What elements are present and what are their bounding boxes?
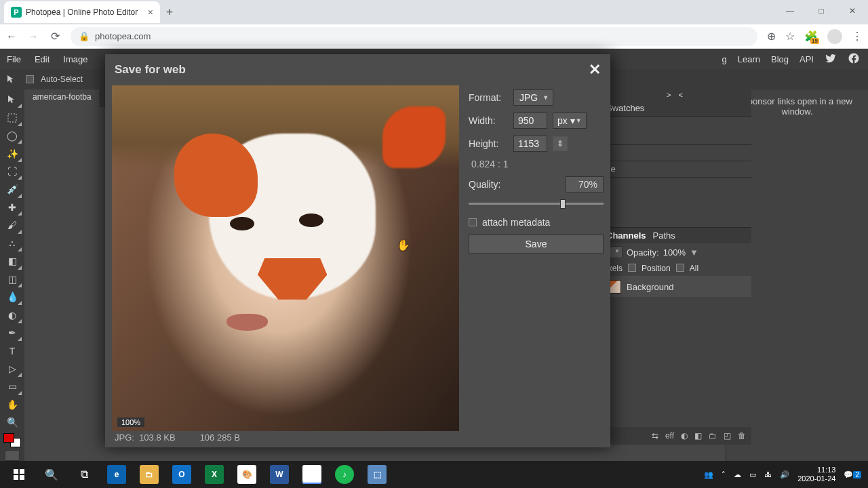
crop-tool[interactable]: ⛶ xyxy=(2,163,22,180)
document-tab[interactable]: american-footba xyxy=(24,89,100,107)
search-icon[interactable]: 🔍 xyxy=(35,461,68,488)
taskbar-excel[interactable]: X xyxy=(198,461,231,488)
menu-learn[interactable]: Learn xyxy=(738,54,760,64)
mask-icon[interactable]: ◐ xyxy=(681,431,688,441)
menu-file[interactable]: File xyxy=(0,49,28,69)
twitter-icon[interactable] xyxy=(825,52,837,66)
tab-close-icon[interactable]: × xyxy=(148,7,153,18)
window-controls: — □ ✕ xyxy=(774,0,868,22)
unit-select[interactable]: px ▾ xyxy=(553,113,587,129)
new-layer-icon[interactable]: ◰ xyxy=(724,431,731,441)
stamp-tool[interactable]: ⛬ xyxy=(2,235,22,252)
paths-tab[interactable]: Paths xyxy=(653,230,675,241)
preview-pane[interactable]: ✋ 100% xyxy=(112,85,459,431)
tray-network-icon[interactable]: 🖧 xyxy=(764,470,772,479)
window-minimize-button[interactable]: — xyxy=(774,0,806,22)
dialog-title: Save for web xyxy=(115,63,186,77)
zoom-indicator[interactable]: 100% xyxy=(117,418,144,427)
tray-chevron-icon[interactable]: ˄ xyxy=(722,470,726,479)
shape-tool[interactable]: ▭ xyxy=(2,378,22,395)
hand-tool[interactable]: ✋ xyxy=(2,396,22,413)
attach-metadata-checkbox[interactable] xyxy=(469,218,477,226)
menu-image[interactable]: Image xyxy=(56,49,94,69)
gradient-tool[interactable]: ◫ xyxy=(2,270,22,288)
opacity-dropdown-icon[interactable]: ▼ xyxy=(690,247,698,258)
dodge-tool[interactable]: ◐ xyxy=(2,306,22,323)
adjustment-icon[interactable]: ◧ xyxy=(694,431,702,441)
back-icon[interactable]: ← xyxy=(5,30,18,43)
bookmark-icon[interactable]: ☆ xyxy=(785,30,795,43)
taskbar-app[interactable]: ⬚ xyxy=(361,461,393,488)
extension-icon[interactable]: 🧩15 xyxy=(804,30,818,43)
lock-position-check[interactable] xyxy=(628,264,636,272)
swatches-panel-tab[interactable]: Swatches xyxy=(601,100,751,117)
width-label: Width: xyxy=(469,115,508,126)
taskbar-chrome[interactable]: ◉ xyxy=(296,461,328,488)
text-tool[interactable]: T xyxy=(2,342,22,359)
install-icon[interactable]: ⊕ xyxy=(767,30,776,43)
window-close-button[interactable]: ✕ xyxy=(837,0,868,22)
width-input[interactable]: 950 xyxy=(513,113,547,129)
quickmask-icon[interactable] xyxy=(5,450,20,461)
eraser-tool[interactable]: ◧ xyxy=(2,252,22,270)
move-tool[interactable] xyxy=(2,91,22,108)
menu-edit[interactable]: Edit xyxy=(28,49,56,69)
path-select-tool[interactable]: ▷ xyxy=(2,360,22,378)
tray-onedrive-icon[interactable]: ☁ xyxy=(734,470,741,479)
marquee-tool[interactable] xyxy=(2,108,22,126)
facebook-icon[interactable] xyxy=(848,52,860,66)
pen-tool[interactable]: ✒ xyxy=(2,324,22,342)
address-bar[interactable]: 🔒 photopea.com xyxy=(71,27,757,46)
layer-background[interactable]: Background xyxy=(601,276,751,298)
lasso-tool[interactable]: ◯ xyxy=(2,127,22,144)
reload-icon[interactable]: ⟳ xyxy=(49,30,61,43)
menu-blog[interactable]: Blog xyxy=(771,54,789,64)
eyedropper-tool[interactable]: 💉 xyxy=(2,180,22,198)
task-view-icon[interactable]: ⧉ xyxy=(68,461,100,488)
heal-tool[interactable]: ✚ xyxy=(2,199,22,216)
taskbar-word[interactable]: W xyxy=(263,461,296,488)
taskbar-spotify[interactable]: ♪ xyxy=(328,461,361,488)
quality-slider[interactable] xyxy=(469,198,604,210)
link-dimensions-icon[interactable]: ⇕ xyxy=(553,136,568,151)
profile-icon[interactable] xyxy=(827,29,842,44)
lock-all-check[interactable] xyxy=(676,264,684,272)
taskbar-edge[interactable]: e xyxy=(100,461,133,488)
folder-icon[interactable]: 🗀 xyxy=(709,431,717,441)
lock-all[interactable]: All xyxy=(690,264,698,273)
taskbar-explorer[interactable]: 🗀 xyxy=(133,461,165,488)
panel-collapse-icon[interactable]: > < xyxy=(601,89,751,100)
format-select[interactable]: JPG xyxy=(513,89,553,106)
channels-tab[interactable]: Channels xyxy=(606,230,646,241)
taskbar-paint[interactable]: 🎨 xyxy=(231,461,263,488)
quality-input[interactable]: 70% xyxy=(566,176,604,192)
window-maximize-button[interactable]: □ xyxy=(806,0,837,22)
trash-icon[interactable]: 🗑 xyxy=(738,431,746,441)
dialog-close-button[interactable]: ✕ xyxy=(589,61,601,79)
tray-people-icon[interactable]: 👥 xyxy=(704,470,713,479)
kebab-menu-icon[interactable]: ⋮ xyxy=(852,30,863,43)
browser-tab[interactable]: P Photopea | Online Photo Editor × xyxy=(4,1,160,23)
new-tab-button[interactable]: + xyxy=(160,3,179,22)
foreground-background-colors[interactable] xyxy=(3,433,21,448)
start-button[interactable] xyxy=(3,461,35,488)
link-layers-icon[interactable]: ⇆ xyxy=(652,431,658,441)
wand-tool[interactable]: ✨ xyxy=(2,144,22,162)
tray-clock[interactable]: 11:13 2020-01-24 xyxy=(797,466,835,483)
tray-language-icon[interactable]: ▭ xyxy=(749,470,756,479)
zoom-tool[interactable]: 🔍 xyxy=(2,413,22,431)
effects-icon[interactable]: eff xyxy=(665,431,674,441)
tray-notification-icon[interactable]: 💬2 xyxy=(844,470,861,479)
menu-api[interactable]: API xyxy=(800,54,814,64)
taskbar-outlook[interactable]: O xyxy=(165,461,198,488)
tray-volume-icon[interactable]: 🔊 xyxy=(780,470,789,479)
forward-icon[interactable]: → xyxy=(27,30,39,43)
opacity-value[interactable]: 100% xyxy=(663,247,686,258)
menu-truncated[interactable]: g xyxy=(722,54,727,64)
auto-select-checkbox[interactable] xyxy=(26,75,34,83)
save-button[interactable]: Save xyxy=(469,235,604,253)
blur-tool[interactable]: 💧 xyxy=(2,288,22,306)
lock-position[interactable]: Position xyxy=(642,264,671,273)
height-input[interactable]: 1153 xyxy=(513,136,547,152)
brush-tool[interactable]: 🖌 xyxy=(2,216,22,234)
